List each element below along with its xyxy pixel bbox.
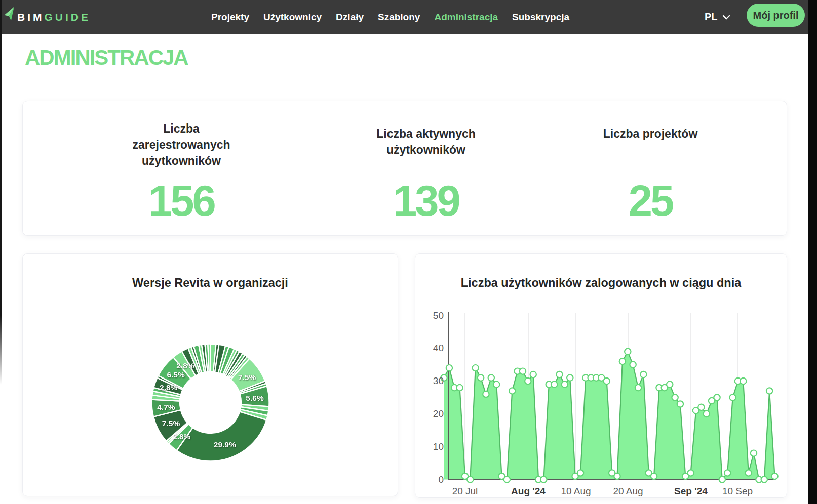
svg-text:7.5%: 7.5%: [238, 373, 256, 382]
svg-text:4.7%: 4.7%: [157, 403, 175, 411]
svg-text:50: 50: [433, 310, 444, 321]
svg-text:10: 10: [433, 441, 444, 452]
svg-text:0: 0: [438, 474, 444, 485]
svg-text:40: 40: [433, 343, 444, 353]
svg-text:10 Aug: 10 Aug: [561, 486, 591, 496]
svg-text:Sep '24: Sep '24: [674, 486, 708, 496]
svg-text:2.8%: 2.8%: [160, 383, 178, 392]
svg-text:Aug '24: Aug '24: [511, 486, 546, 496]
svg-text:7.5%: 7.5%: [162, 419, 180, 428]
svg-text:20 Jul: 20 Jul: [452, 486, 478, 496]
svg-text:20 Aug: 20 Aug: [613, 486, 643, 496]
svg-text:2.8%: 2.8%: [176, 361, 194, 370]
svg-text:30: 30: [433, 375, 444, 386]
svg-text:10 Sep: 10 Sep: [722, 486, 753, 496]
svg-text:20: 20: [433, 408, 444, 419]
svg-text:29.9%: 29.9%: [214, 440, 236, 449]
svg-text:5.6%: 5.6%: [246, 394, 264, 402]
svg-text:2.8%: 2.8%: [173, 432, 191, 441]
svg-text:6.5%: 6.5%: [167, 370, 185, 379]
